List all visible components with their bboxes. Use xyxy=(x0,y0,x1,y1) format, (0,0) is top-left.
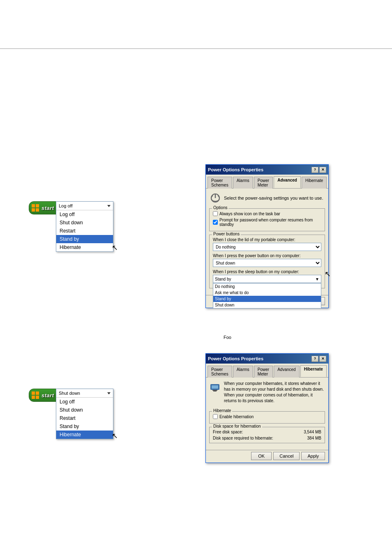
tab-alarms[interactable]: Alarms xyxy=(233,177,253,189)
dropdown3-value: Stand by xyxy=(215,277,315,281)
dialog1-options-section: Options Always show icon on the task bar… xyxy=(209,208,325,231)
dialog1-tabs: Power Schemes Alarms Power Meter Advance… xyxy=(206,175,328,189)
menu-item-standby[interactable]: Stand by xyxy=(56,235,113,243)
power-settings-icon xyxy=(209,192,221,204)
svg-rect-12 xyxy=(213,391,217,391)
start-menu-1: Log off Log off Shut down Restart Stand … xyxy=(56,201,113,252)
menu-chevron-1 xyxy=(107,205,111,207)
opt-standby[interactable]: Stand by xyxy=(213,296,321,302)
checkbox2-row: Prompt for password when computer resume… xyxy=(213,218,321,227)
tab2-advanced[interactable]: Advanced xyxy=(274,366,299,378)
dialog1-titlebar-buttons: ? ✕ xyxy=(311,167,326,173)
dropdown2-label: When I press the power button on my comp… xyxy=(213,253,321,258)
dropdown3-label: When I press the sleep button on my comp… xyxy=(213,269,321,274)
hibernate-icon xyxy=(209,381,221,407)
menu-item-logoff[interactable]: Log off xyxy=(56,210,113,219)
checkbox1-row: Always show icon on the task bar xyxy=(213,211,321,216)
checkbox2-label: Prompt for password when computer resume… xyxy=(219,218,321,227)
free-disk-row: Free disk space: 3,544 MB xyxy=(213,430,321,434)
menu-header-2[interactable]: Shut down xyxy=(56,389,113,398)
dialog2-header-row: When your computer hibernates, it stores… xyxy=(209,381,325,407)
dialog2-footer: OK Cancel Apply xyxy=(206,450,328,463)
dialog1-close-button[interactable]: ✕ xyxy=(319,167,326,173)
svg-rect-5 xyxy=(32,391,35,395)
svg-rect-0 xyxy=(32,204,35,207)
dropdown3-container: Stand by ▼ Do nothing Ask me what to do … xyxy=(213,275,321,283)
tab-power-meter[interactable]: Power Meter xyxy=(254,177,273,189)
tab-power-schemes[interactable]: Power Schemes xyxy=(208,177,232,189)
power-buttons-legend: Power buttons xyxy=(212,232,241,236)
hibernate-legend: Hibernate xyxy=(212,408,232,413)
dialog2-hibernate-section: Hibernate Enable hibernation xyxy=(209,411,325,424)
tab-advanced[interactable]: Advanced xyxy=(274,176,301,188)
dialog2-titlebar-buttons: ? ✕ xyxy=(311,356,326,362)
dropdown2-row: When I press the power button on my comp… xyxy=(213,253,321,267)
menu-item-standby2[interactable]: Stand by xyxy=(56,422,113,431)
menu-item-hibernate[interactable]: Hibernate xyxy=(56,243,113,251)
checkbox2-input[interactable] xyxy=(213,220,218,225)
dialog1-help-button[interactable]: ? xyxy=(311,167,318,173)
opt-shutdown[interactable]: Shut down xyxy=(213,302,321,308)
svg-rect-11 xyxy=(212,390,217,391)
dialog2-ok-button[interactable]: OK xyxy=(251,452,272,460)
dialog2-apply-button[interactable]: Apply xyxy=(301,452,325,460)
menu-item-shutdown2[interactable]: Shut down xyxy=(56,406,113,414)
svg-rect-1 xyxy=(36,204,39,207)
menu-header-label-2: Shut down xyxy=(59,391,80,396)
dialog2-disk-space-section: Disk space for hibernation Free disk spa… xyxy=(209,427,325,443)
foo-text: Foo xyxy=(224,335,231,340)
dialog-2: Power Options Properties ? ✕ Power Schem… xyxy=(205,353,329,463)
free-disk-label: Free disk space: xyxy=(213,430,243,434)
dialog1-icon-text: Select the power-saving settings you wan… xyxy=(224,196,323,200)
menu-item-restart2[interactable]: Restart xyxy=(56,414,113,422)
required-label: Disk space required to hibernate: xyxy=(213,436,273,440)
checkbox1-input[interactable] xyxy=(213,211,218,216)
dropdown2-select[interactable]: Do nothing Shut down Stand by Hibernate xyxy=(213,259,321,267)
dialog1-icon-row: Select the power-saving settings you wan… xyxy=(209,192,325,204)
enable-hibernate-label: Enable hibernation xyxy=(219,415,254,419)
dialog1-titlebar: Power Options Properties ? ✕ xyxy=(206,165,328,175)
dialog2-tabs: Power Schemes Alarms Power Meter Advance… xyxy=(206,364,328,378)
dialog1-title: Power Options Properties xyxy=(208,167,263,172)
dialog2-titlebar: Power Options Properties ? ✕ xyxy=(206,354,328,364)
menu-item-hibernate2[interactable]: Hibernate xyxy=(56,431,113,439)
opt-donothing[interactable]: Do nothing xyxy=(213,283,321,290)
menu-header-1[interactable]: Log off xyxy=(56,202,113,210)
menu-item-logoff2[interactable]: Log off xyxy=(56,398,113,406)
menu-item-restart[interactable]: Restart xyxy=(56,227,113,235)
menu-item-shutdown[interactable]: Shut down xyxy=(56,219,113,227)
tab-hibernate[interactable]: Hibernate xyxy=(302,177,327,189)
dropdown3-options: Do nothing Ask me what to do Stand by Sh… xyxy=(213,283,321,309)
svg-rect-3 xyxy=(36,208,39,212)
free-disk-value: 3,544 MB xyxy=(304,430,321,434)
tab2-power-schemes[interactable]: Power Schemes xyxy=(208,366,232,378)
checkbox1-label: Always show icon on the task bar xyxy=(219,212,280,216)
svg-rect-6 xyxy=(36,391,39,395)
disk-space-legend: Disk space for hibernation xyxy=(212,424,262,428)
opt-ask[interactable]: Ask me what to do xyxy=(213,290,321,296)
dialog1-content: Select the power-saving settings you wan… xyxy=(206,189,328,295)
required-value: 384 MB xyxy=(307,436,321,440)
dialog2-close-button[interactable]: ✕ xyxy=(319,356,326,362)
enable-hibernate-checkbox[interactable] xyxy=(213,414,218,419)
dropdown1-select[interactable]: Do nothing Stand by Hibernate Shut down xyxy=(213,243,321,251)
start-label-2: start xyxy=(42,392,54,398)
start-label-1: start xyxy=(42,205,54,211)
start-menu-2: Shut down Log off Shut down Restart Stan… xyxy=(56,389,113,439)
dropdown1-row: When I close the lid of my portable comp… xyxy=(213,237,321,251)
dialog2-help-button[interactable]: ? xyxy=(311,356,318,362)
svg-rect-7 xyxy=(32,396,35,399)
svg-rect-10 xyxy=(212,385,218,389)
dialog2-cancel-button[interactable]: Cancel xyxy=(273,452,300,460)
svg-rect-2 xyxy=(32,208,35,212)
tab2-alarms[interactable]: Alarms xyxy=(233,366,253,378)
menu-header-label-1: Log off xyxy=(59,203,72,208)
options-legend: Options xyxy=(212,205,228,210)
tab2-hibernate[interactable]: Hibernate xyxy=(300,365,327,377)
windows-logo-icon-1 xyxy=(31,203,40,212)
tab2-power-meter[interactable]: Power Meter xyxy=(254,366,273,378)
dropdown3-trigger[interactable]: Stand by ▼ xyxy=(213,275,321,283)
windows-logo-icon-2 xyxy=(31,391,40,400)
top-rule xyxy=(0,48,392,49)
dropdown3-row: When I press the sleep button on my comp… xyxy=(213,269,321,283)
